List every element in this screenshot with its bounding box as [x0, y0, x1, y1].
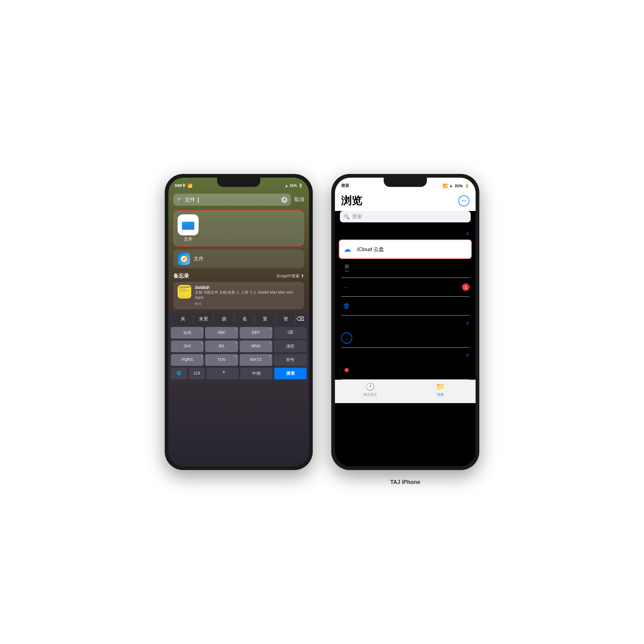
external-link-icon: ⬆ — [301, 274, 304, 278]
left-phone: SIM卡 📶 ▲ 31% 🔋 🔍 文件 — [165, 174, 313, 470]
kb-globe-key[interactable]: 🌐 — [171, 368, 187, 379]
kb-symbol-key[interactable]: 符号 — [274, 354, 307, 366]
suggest-3[interactable]: 袋 — [214, 315, 234, 323]
kb-key-tuv[interactable]: 8TUV — [205, 354, 238, 366]
kb-search-key[interactable]: 搜索 — [274, 368, 307, 379]
files-search-bar[interactable]: 🔍 搜索 — [340, 211, 471, 222]
text-cursor — [198, 197, 199, 203]
carrier-info: SIM卡 📶 — [175, 183, 192, 188]
highlighted-app-result[interactable]: 文件 — [173, 210, 304, 246]
tags-chevron-icon[interactable]: ∨ — [466, 352, 469, 358]
notch-right — [384, 178, 427, 187]
trash-icon: 🗑 — [341, 300, 352, 312]
files-header: 浏览 ··· — [335, 191, 476, 211]
kb-clear-key[interactable]: 清空 — [274, 341, 307, 352]
second-result-label: 文件 — [194, 256, 204, 262]
notes-section-title: 备忘录 — [173, 272, 189, 279]
kb-row-1: 1分词 2ABC 3DEF ⌫ — [171, 327, 307, 339]
tab-browse[interactable]: 📁 浏览 — [405, 382, 476, 397]
tab-browse-label: 浏览 — [437, 392, 444, 397]
notes-title: Soldid! — [195, 285, 300, 290]
tab-bar: 🕐 最近项目 📁 浏览 — [335, 380, 476, 403]
notes-date: 昨天 — [195, 302, 300, 306]
folder-tab-icon: 📁 — [436, 382, 445, 391]
tags-section-header: 标签 ∨ — [341, 348, 469, 361]
search-in-app-link[interactable]: 在App中搜索 ⬆ — [276, 273, 304, 279]
wifi-icon-right: 📶 — [443, 184, 448, 188]
kb-key-ghi[interactable]: 4GHI — [171, 341, 204, 352]
battery-icon-right: 🔋 — [464, 184, 469, 188]
wifi-icon-left: 📶 — [188, 184, 192, 188]
search-icon-right: 🔍 — [344, 214, 350, 220]
kb-lang-key[interactable]: 中/英 — [240, 368, 273, 379]
icloud-drive-item[interactable]: ☁ iCloud 云盘 — [339, 239, 472, 259]
location-chevron-icon[interactable]: ∨ — [466, 230, 469, 236]
search-input-box[interactable]: 🔍 文件 ✕ — [173, 194, 291, 206]
my-iphone-label: 我的 iPhone — [357, 265, 469, 272]
kb-key-mno[interactable]: 6MNO — [240, 341, 272, 352]
clear-button[interactable]: ✕ — [281, 197, 287, 203]
safari-icon: 🧭 — [178, 253, 190, 265]
recently-deleted-label: 最近删除 — [357, 303, 469, 310]
notes-section-header: 备忘录 在App中搜索 ⬆ — [168, 269, 309, 281]
kb-bottom-row: 🌐 123 🎤 中/英 搜索 — [171, 368, 307, 379]
recently-deleted-item[interactable]: 🗑 最近删除 — [341, 297, 469, 316]
icloud-icon: ☁ — [342, 244, 353, 255]
app-name-files: 文件 — [184, 237, 192, 242]
favorites-chevron-icon[interactable]: ∨ — [466, 320, 469, 326]
kb-key-jkl[interactable]: 5JKL — [205, 341, 238, 352]
notes-text-content: Soldid! 文稿 书面文件 文稿 纸质 人 人类 个人 Soldid! Ma… — [195, 285, 300, 306]
suggest-6[interactable]: 管 — [276, 315, 296, 323]
favorites-section-header: 个人收藏 ∨ — [341, 316, 469, 329]
battery-info-left: ▲ 31% 🔋 — [285, 184, 303, 188]
notes-app-icon — [178, 285, 191, 299]
nav-icon-right: ▲ — [449, 184, 453, 188]
status-left-text: 搜索 — [341, 183, 349, 188]
kb-123-key[interactable]: 123 — [189, 368, 205, 379]
tags-section: 标签 ∨ 红色 — [335, 348, 476, 380]
kb-key-pqrs[interactable]: 7PQRS — [171, 354, 204, 366]
location-section: 位置 ∨ ☁ iCloud 云盘 📱 我的 iPhone — [335, 226, 476, 316]
clock-icon: 🕐 — [365, 382, 375, 391]
search-bar-row: 🔍 文件 ✕ 取消 — [168, 191, 309, 208]
more-locations-item[interactable]: ··· 更多位置 1 — [341, 278, 469, 297]
search-icon-left: 🔍 — [177, 197, 182, 202]
favorites-section-title: 个人收藏 — [341, 319, 366, 327]
kb-mic-key[interactable]: 🎤 — [206, 368, 239, 379]
kb-key-3[interactable]: 3DEF — [240, 327, 272, 339]
suggest-2[interactable]: 夹里 — [194, 315, 214, 323]
favorites-section: 个人收藏 ∨ ↓ 下载项 — [335, 316, 476, 348]
more-options-button[interactable]: ··· — [458, 195, 469, 206]
red-tag-item[interactable]: 红色 — [341, 361, 469, 380]
kb-row-2: 4GHI 5JKL 6MNO 清空 — [171, 341, 307, 352]
kb-delete-button[interactable]: ⌫ — [296, 315, 304, 323]
red-tag-label: 红色 — [357, 367, 469, 374]
second-result-item[interactable]: 🧭 文件 — [173, 250, 304, 268]
keyboard-suggestions: 夹 夹里 袋 名 里 管 ⌫ — [168, 313, 309, 325]
my-iphone-item[interactable]: 📱 我的 iPhone — [341, 259, 469, 278]
files-content-area: 位置 ∨ ☁ iCloud 云盘 📱 我的 iPhone — [335, 226, 476, 380]
location-section-header: 位置 ∨ — [341, 226, 469, 239]
more-locations-badge: 1 — [462, 283, 469, 291]
kb-delete-key[interactable]: ⌫ — [274, 327, 307, 339]
search-placeholder-text: 搜索 — [352, 213, 362, 220]
battery-icon-left: 🔋 — [298, 184, 303, 188]
suggest-4[interactable]: 名 — [235, 315, 255, 323]
search-query-text: 文件 — [185, 196, 195, 203]
notes-result-item[interactable]: Soldid! 文稿 书面文件 文稿 纸质 人 人类 个人 Soldid! Ma… — [173, 282, 304, 309]
kb-key-wxyz[interactable]: 9WXYZ — [240, 354, 272, 366]
kb-key-1[interactable]: 1分词 — [171, 327, 204, 339]
tab-recent[interactable]: 🕐 最近项目 — [335, 382, 405, 397]
downloads-item[interactable]: ↓ 下载项 — [341, 329, 469, 348]
cancel-button[interactable]: 取消 — [294, 196, 304, 203]
battery-pct-left: 31% — [290, 184, 297, 188]
status-right-icons: 📶 ▲ 31% 🔋 — [443, 184, 469, 188]
spotlight-content: 🔍 文件 ✕ 取消 — [168, 191, 309, 382]
kb-key-2[interactable]: 2ABC — [205, 327, 238, 339]
download-icon: ↓ — [341, 332, 352, 344]
red-tag-icon — [341, 365, 352, 376]
suggest-5[interactable]: 里 — [255, 315, 275, 323]
navigation-icon: ▲ — [285, 184, 288, 188]
suggest-1[interactable]: 夹 — [173, 315, 193, 323]
tags-section-title: 标签 — [341, 351, 353, 359]
